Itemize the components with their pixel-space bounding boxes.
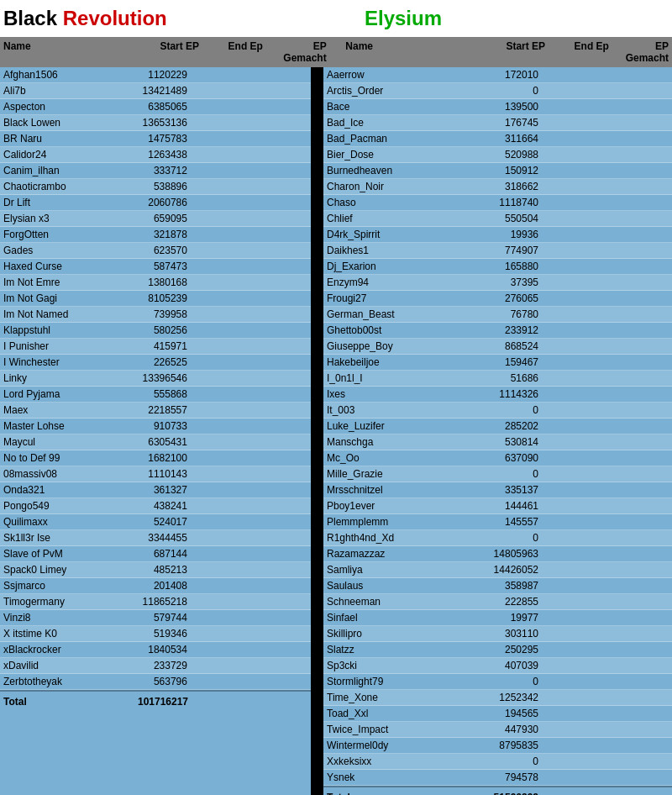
left-start-cell: 1120229 — [116, 67, 191, 82]
right-table-row: Sp3cki 407039 — [323, 658, 672, 674]
left-end-cell — [191, 562, 251, 577]
right-end-cell — [542, 403, 609, 418]
right-ep-cell — [609, 339, 672, 354]
right-ep-cell — [609, 530, 672, 545]
right-table-row: Slatzz 250295 — [323, 642, 672, 658]
left-table-row: BR Naru 1475783 — [0, 131, 311, 147]
right-name-cell: Mille_Grazie — [323, 466, 458, 482]
right-ep-cell — [609, 179, 672, 194]
left-start-cell: 13653136 — [116, 115, 191, 130]
left-name-cell: Ali7b — [0, 83, 116, 98]
left-start-cell: 361327 — [116, 482, 191, 498]
right-name-cell: Ixes — [323, 387, 458, 402]
right-ep-cell — [609, 259, 672, 274]
left-end-cell — [191, 466, 251, 482]
right-ep-cell — [609, 706, 672, 721]
left-table-row: Master Lohse 910733 — [0, 419, 311, 434]
right-start-cell: 520988 — [458, 147, 542, 162]
right-end-cell — [542, 99, 609, 114]
left-name-cell: Afghan1506 — [0, 67, 116, 82]
right-table-row: Ghettob00st 233912 — [323, 323, 672, 339]
left-table-row: 08massiv08 1110143 — [0, 466, 311, 482]
left-table-row: Haxed Curse 587473 — [0, 259, 311, 275]
left-ep-cell — [250, 562, 311, 577]
left-table-row: Afghan1506 1120229 — [0, 67, 311, 83]
left-table-row: Timogermany 11865218 — [0, 594, 311, 610]
right-name-cell: It_003 — [323, 403, 458, 418]
right-end-cell — [542, 610, 609, 625]
left-table-row: Lord Pyjama 555868 — [0, 387, 311, 403]
right-end-cell — [542, 179, 609, 194]
right-start-cell: 76780 — [458, 307, 542, 322]
right-name-cell: Skillipro — [323, 626, 458, 641]
right-start-cell: 0 — [458, 754, 542, 769]
left-ep-cell — [250, 115, 311, 130]
left-ep-cell — [250, 323, 311, 338]
left-ep-cell — [250, 626, 311, 641]
right-name-cell: R1ghth4nd_Xd — [323, 530, 458, 545]
left-start-cell: 1475783 — [116, 131, 191, 146]
left-start-cell: 1380168 — [116, 275, 191, 290]
left-name-cell: Slave of PvM — [0, 546, 116, 561]
left-start-cell: 579744 — [116, 610, 191, 625]
right-name-cell: Hakebeiljoe — [323, 355, 458, 370]
right-start-cell: 176745 — [458, 115, 542, 130]
right-ep-cell — [609, 562, 672, 577]
right-table-row: Ysnek 794578 — [323, 770, 672, 786]
left-end-cell — [191, 291, 251, 306]
left-ep-cell — [250, 450, 311, 466]
left-start-cell: 1110143 — [116, 466, 191, 482]
right-table-row: Saulaus 358987 — [323, 578, 672, 594]
left-start-cell: 201408 — [116, 578, 191, 593]
right-start-cell: 407039 — [458, 658, 542, 673]
right-start-cell: 318662 — [458, 179, 542, 194]
right-start-cell: 1114326 — [458, 387, 542, 402]
divider-column — [311, 67, 323, 795]
right-ep-cell — [609, 83, 672, 98]
left-table-row: I Winchester 226525 — [0, 355, 311, 371]
right-end-cell — [542, 770, 609, 785]
title-elysium: Elysium — [365, 7, 442, 29]
right-name-cell: Arctis_Order — [323, 83, 458, 98]
left-table-row: Klappstuhl 580256 — [0, 323, 311, 339]
left-end-cell — [191, 403, 251, 418]
right-table-row: Twice_Impact 447930 — [323, 722, 672, 738]
left-start-cell: 415971 — [116, 339, 191, 354]
right-table-row: Mille_Grazie 0 — [323, 466, 672, 482]
right-ep-cell — [609, 754, 672, 769]
left-ep-cell — [250, 514, 311, 529]
right-start-cell: 530814 — [458, 434, 542, 450]
right-table-row: Daikhes1 774907 — [323, 243, 672, 259]
right-start-cell: 447930 — [458, 722, 542, 737]
right-end-cell — [542, 738, 609, 753]
left-start-cell: 11865218 — [116, 594, 191, 609]
right-start-cell: 19977 — [458, 610, 542, 625]
left-name-cell: Onda321 — [0, 482, 116, 498]
left-end-cell — [191, 67, 251, 82]
left-end-cell — [191, 163, 251, 178]
col-header-ep-left: EP Gemacht — [266, 37, 330, 67]
left-end-cell — [191, 339, 251, 354]
left-total-row: Total 101716217 — [0, 690, 311, 712]
left-ep-cell — [250, 546, 311, 561]
left-start-cell: 485213 — [116, 562, 191, 577]
right-end-cell — [542, 498, 609, 513]
right-start-cell: 159467 — [458, 355, 542, 370]
right-ep-cell — [609, 419, 672, 434]
left-start-cell: 519346 — [116, 626, 191, 641]
right-table-row: Luke_Luzifer 285202 — [323, 419, 672, 434]
right-end-cell — [542, 163, 609, 178]
col-header-end-right: End Ep — [549, 37, 612, 67]
left-table-row: Maex 2218557 — [0, 403, 311, 419]
left-table-row: Canim_ilhan 333712 — [0, 163, 311, 179]
right-ep-cell — [609, 355, 672, 370]
left-name-cell: xBlackrocker — [0, 642, 116, 657]
header-row: Black Revolution Elysium — [0, 0, 672, 37]
left-ep-cell — [250, 259, 311, 274]
right-end-cell — [542, 674, 609, 689]
left-start-cell: 587473 — [116, 259, 191, 274]
left-name-cell: No to Def 99 — [0, 450, 116, 466]
left-ep-cell — [250, 195, 311, 210]
right-table-row: Dj_Exarion 165880 — [323, 259, 672, 275]
right-name-cell: Xxkeksixx — [323, 754, 458, 769]
